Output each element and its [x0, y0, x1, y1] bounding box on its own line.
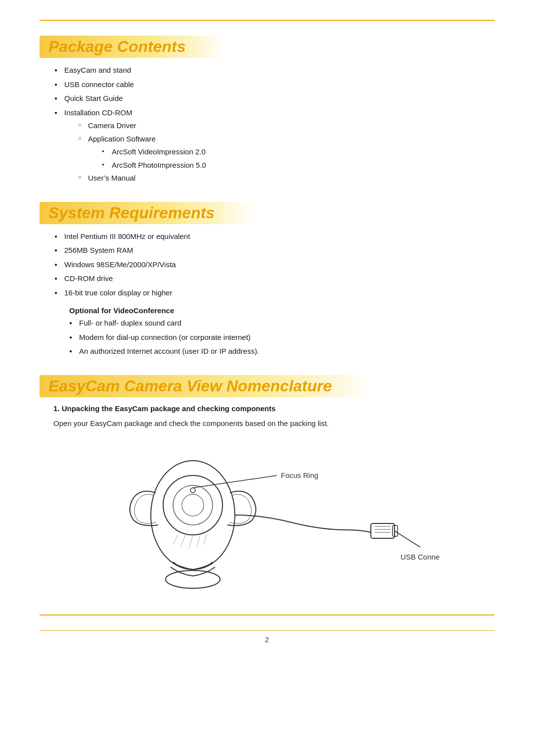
svg-line-10 — [204, 534, 207, 545]
list-item: User’s Manual — [78, 173, 494, 184]
list-item: Intel Pentium III 800MHz or equivalent — [54, 231, 494, 242]
optional-list: Full- or half- duplex sound card Modem f… — [54, 318, 494, 357]
system-requirements-list: Intel Pentium III 800MHz or equivalent 2… — [40, 231, 494, 299]
step1-description: Open your EasyCam package and check the … — [53, 418, 494, 429]
svg-point-4 — [190, 488, 195, 493]
svg-point-2 — [173, 485, 213, 525]
package-contents-header: Package Contents — [40, 36, 494, 58]
focus-ring-label: Focus Ring — [281, 471, 318, 479]
list-item: Full- or half- duplex sound card — [69, 318, 494, 329]
package-contents-list: EasyCam and stand USB connector cable Qu… — [40, 65, 494, 184]
nomenclature-section: EasyCam Camera View Nomenclature 1. Unpa… — [40, 375, 494, 597]
list-item: Windows 98SE/Me/2000/XP/Vista — [54, 259, 494, 271]
page-number: 2 — [265, 636, 269, 644]
svg-point-3 — [182, 494, 204, 516]
system-requirements-header: System Requirements — [40, 202, 494, 224]
usb-cable-label: USB Connector Cable — [400, 553, 440, 561]
svg-rect-11 — [371, 523, 395, 538]
list-item: 16-bit true color display or higher — [54, 287, 494, 299]
svg-line-9 — [197, 535, 200, 547]
top-border — [40, 20, 494, 21]
nomenclature-title: EasyCam Camera View Nomenclature — [44, 374, 340, 398]
svg-line-16 — [193, 475, 277, 488]
camera-diagram: Focus Ring USB Connector Cable — [40, 438, 494, 597]
list-item: Camera Driver — [78, 120, 494, 132]
list-item: Quick Start Guide — [54, 93, 494, 104]
svg-line-7 — [180, 535, 185, 547]
list-item: Modem for dial-up connection (or corpora… — [69, 332, 494, 343]
svg-point-0 — [151, 461, 235, 569]
cd-rom-sub-list: Camera Driver Application Software ArcSo… — [64, 120, 494, 184]
list-item: ArcSoft PhotoImpression 5.0 — [102, 160, 494, 171]
system-requirements-section: System Requirements Intel Pentium III 80… — [40, 202, 494, 357]
camera-diagram-svg: Focus Ring USB Connector Cable — [94, 438, 440, 597]
list-item: 256MB System RAM — [54, 245, 494, 256]
list-item: An authorized Internet account (user ID … — [69, 346, 494, 357]
package-contents-section: Package Contents EasyCam and stand USB c… — [40, 36, 494, 184]
nomenclature-header: EasyCam Camera View Nomenclature — [40, 375, 494, 397]
system-requirements-title-bg: System Requirements — [40, 202, 252, 224]
system-requirements-title: System Requirements — [44, 201, 222, 225]
optional-heading: Optional for VideoConference — [69, 306, 494, 315]
svg-point-1 — [163, 475, 222, 535]
list-item: Installation CD-ROM Camera Driver Applic… — [54, 107, 494, 184]
package-contents-title-bg: Package Contents — [40, 36, 223, 58]
list-item: CD-ROM drive — [54, 273, 494, 284]
list-item: Application Software ArcSoft VideoImpres… — [78, 134, 494, 171]
svg-point-5 — [166, 570, 220, 588]
optional-section: Optional for VideoConference Full- or ha… — [40, 306, 494, 357]
svg-line-6 — [173, 535, 178, 545]
nomenclature-title-bg: EasyCam Camera View Nomenclature — [40, 375, 369, 397]
svg-line-8 — [189, 536, 193, 548]
list-item: ArcSoft VideoImpression 2.0 — [102, 146, 494, 158]
list-item: USB connector cable — [54, 79, 494, 91]
page-footer: 2 — [40, 630, 494, 644]
app-software-sub-list: ArcSoft VideoImpression 2.0 ArcSoft Phot… — [88, 146, 494, 171]
list-item: EasyCam and stand — [54, 65, 494, 76]
bottom-border — [40, 614, 494, 615]
step1-heading: 1. Unpacking the EasyCam package and che… — [40, 404, 494, 413]
svg-line-17 — [395, 531, 420, 547]
package-contents-title: Package Contents — [44, 35, 193, 58]
